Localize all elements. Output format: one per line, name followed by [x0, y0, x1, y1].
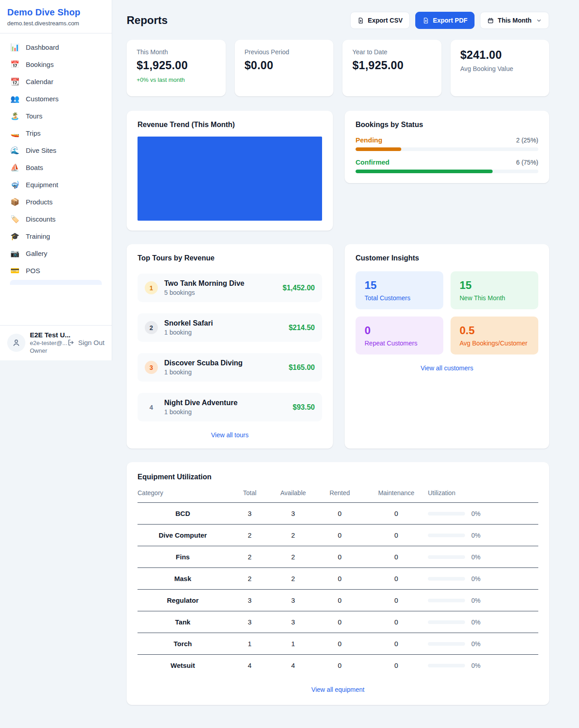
cell-available: 2 [271, 546, 315, 568]
sign-out-label: Sign Out [78, 339, 104, 346]
calendar-icon [487, 17, 494, 24]
sidebar-item-label: Discounts [26, 215, 56, 223]
tour-bookings: 1 booking [164, 408, 286, 416]
utilization-track [428, 512, 465, 515]
table-row: Tank 3 3 0 0 0% [138, 611, 538, 633]
header-actions: Export CSV Export PDF This Month [350, 12, 549, 29]
revenue-trend-card: Revenue Trend (This Month) [127, 111, 333, 231]
table-row: Regulator 3 3 0 0 0% [138, 590, 538, 611]
top-tours-title: Top Tours by Revenue [138, 254, 322, 262]
period-dropdown[interactable]: This Month [480, 12, 549, 29]
utilization-pct: 0% [471, 553, 480, 561]
user-email: e2e-tester@... [30, 340, 63, 346]
sidebar-item-bookings[interactable]: 📅 Bookings [5, 56, 106, 73]
user-role: Owner [30, 347, 63, 354]
bookings-by-status-title: Bookings by Status [356, 121, 538, 129]
tour-bookings: 1 booking [164, 329, 282, 336]
stat-delta: +0% vs last month [137, 76, 216, 83]
view-all-equipment-link[interactable]: View all equipment [138, 686, 538, 693]
sidebar-item-gallery[interactable]: 📷 Gallery [5, 245, 106, 262]
insight-repeat-customers: 0 Repeat Customers [356, 317, 443, 355]
cell-utilization: 0% [428, 633, 538, 655]
cell-category: Torch [138, 633, 228, 655]
avatar [7, 334, 25, 352]
sidebar-item-customers[interactable]: 👥 Customers [5, 90, 106, 107]
col-header-utilization: Utilization [428, 489, 538, 503]
sidebar-item-calendar[interactable]: 📆 Calendar [5, 73, 106, 90]
tour-row: 4 Night Dive Adventure 1 booking $93.50 [138, 393, 322, 421]
col-header-total: Total [228, 489, 271, 503]
utilization-track [428, 620, 465, 624]
sidebar-item-label: Trips [26, 129, 41, 137]
sidebar-item-label: POS [26, 267, 40, 274]
cell-available: 3 [271, 503, 315, 525]
tours-insights-row: Top Tours by Revenue 1 Two Tank Morning … [127, 244, 549, 449]
cell-total: 2 [228, 525, 271, 546]
customer-insights-card: Customer Insights 15 Total Customers 15 … [345, 244, 549, 449]
cell-total: 1 [228, 633, 271, 655]
user-name: E2E Test U... [30, 331, 63, 339]
utilization-pct: 0% [471, 640, 480, 648]
sidebar-item-products[interactable]: 📦 Products [5, 194, 106, 210]
tour-row: 2 Snorkel Safari 1 booking $214.50 [138, 313, 322, 342]
sidebar-item-dashboard[interactable]: 📊 Dashboard [5, 39, 106, 56]
utilization-track [428, 664, 465, 667]
sidebar-item-discounts[interactable]: 🏷️ Discounts [5, 211, 106, 227]
sidebar-item-boats[interactable]: ⛵ Boats [5, 159, 106, 176]
cell-maintenance: 0 [365, 611, 428, 633]
sidebar-item-reports-partial[interactable] [10, 280, 102, 285]
customers-icon: 👥 [10, 95, 20, 103]
logout-icon [67, 339, 75, 346]
cell-total: 2 [228, 546, 271, 568]
stat-label: Year to Date [352, 48, 432, 56]
cell-category: Wetsuit [138, 655, 228, 676]
cell-rented: 0 [315, 611, 365, 633]
page-title: Reports [127, 14, 168, 27]
sidebar-item-tours[interactable]: 🏝️ Tours [5, 108, 106, 124]
col-header-rented: Rented [315, 489, 365, 503]
rank-badge: 4 [145, 401, 158, 414]
camera-icon: 📷 [10, 250, 20, 257]
cell-utilization: 0% [428, 655, 538, 676]
cell-total: 3 [228, 611, 271, 633]
bookings-by-status-card: Bookings by Status Pending 2 (25%) Confi… [345, 111, 549, 183]
export-pdf-label: Export PDF [433, 17, 467, 24]
cell-available: 1 [271, 633, 315, 655]
insight-label: Repeat Customers [365, 340, 434, 347]
export-pdf-button[interactable]: Export PDF [415, 12, 475, 29]
sidebar-item-dive-sites[interactable]: 🌊 Dive Sites [5, 142, 106, 159]
sidebar-item-training[interactable]: 🎓 Training [5, 228, 106, 245]
user-meta: E2E Test U... e2e-tester@... Owner [30, 331, 63, 354]
shop-title: Demo Dive Shop [7, 7, 104, 18]
tour-revenue: $165.00 [289, 364, 315, 372]
insight-grid: 15 Total Customers 15 New This Month 0 R… [356, 271, 538, 355]
sign-out-button[interactable]: Sign Out [67, 339, 104, 346]
revenue-trend-bar [138, 137, 322, 221]
insight-label: New This Month [460, 294, 529, 302]
rank-badge: 2 [145, 321, 158, 334]
export-csv-button[interactable]: Export CSV [350, 12, 410, 29]
cell-rented: 0 [315, 568, 365, 590]
insight-value: 0.5 [460, 324, 529, 337]
main-content: Reports Export CSV Export PDF [112, 0, 564, 726]
view-all-tours-link[interactable]: View all tours [138, 431, 322, 439]
utilization-pct: 0% [471, 510, 480, 517]
cell-category: BCD [138, 503, 228, 525]
equipment-utilization-title: Equipment Utilization [138, 473, 538, 481]
view-all-customers-link[interactable]: View all customers [356, 364, 538, 372]
sidebar-item-label: Equipment [26, 181, 58, 189]
rank-badge: 1 [145, 281, 158, 294]
stat-label: Avg Booking Value [460, 65, 540, 72]
sidebar-item-trips[interactable]: 🚤 Trips [5, 125, 106, 142]
cell-utilization: 0% [428, 546, 538, 568]
sidebar-item-equipment[interactable]: 🤿 Equipment [5, 176, 106, 193]
progress-fill [356, 170, 493, 173]
sidebar-item-pos[interactable]: 💳 POS [5, 262, 106, 279]
cell-available: 2 [271, 568, 315, 590]
stat-card-year-to-date: Year to Date $1,925.00 [342, 40, 441, 96]
stat-card-avg-booking-value: $241.00 Avg Booking Value [451, 40, 550, 96]
cell-available: 3 [271, 590, 315, 611]
table-row: Fins 2 2 0 0 0% [138, 546, 538, 568]
sailboat-icon: ⛵ [10, 164, 20, 171]
period-label: This Month [498, 17, 532, 24]
